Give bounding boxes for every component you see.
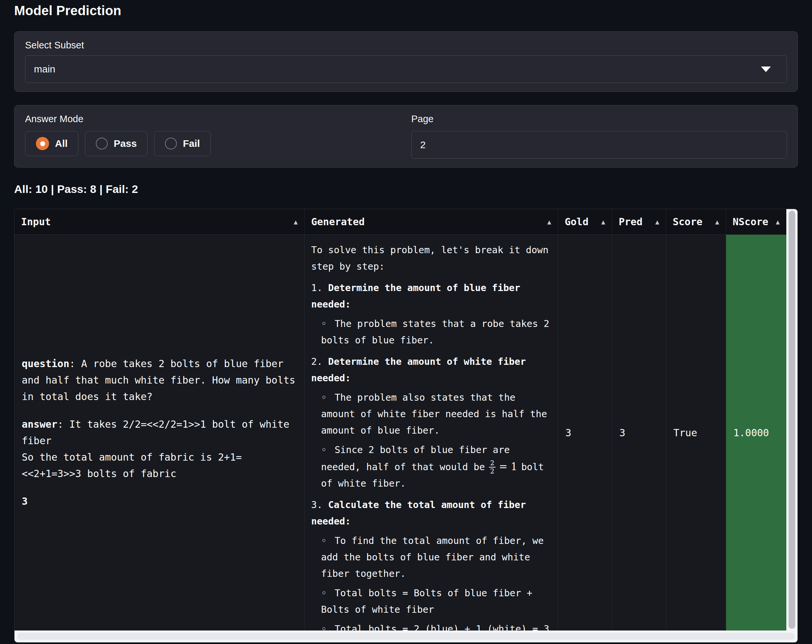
generated-bullet: ◦The problem also states that the amount…	[321, 389, 551, 439]
sort-asc-icon: ▲	[655, 218, 659, 226]
column-header-generated[interactable]: Generated ▲	[305, 209, 558, 235]
subset-label: Select Subset	[25, 40, 787, 51]
vertical-scrollbar-track[interactable]	[786, 209, 798, 630]
horizontal-scrollbar-thumb[interactable]	[17, 633, 795, 640]
bullet-marker: ◦	[321, 444, 327, 455]
generated-step-2: 2. Determine the amount of white fiber n…	[311, 354, 551, 492]
bullet-marker: ◦	[321, 318, 327, 329]
radio-option-fail[interactable]: Fail	[154, 131, 211, 156]
cell-gold[interactable]: 3	[558, 235, 612, 630]
page-input-value: 2	[420, 139, 426, 151]
sort-asc-icon: ▲	[547, 218, 551, 226]
bullet-marker: ◦	[321, 536, 327, 546]
generated-bullet: ◦The problem states that a robe takes 2 …	[321, 316, 551, 349]
app-root: Model Prediction Select Subset main Answ…	[0, 0, 812, 643]
column-header-nscore[interactable]: NScore ▲	[726, 209, 786, 235]
generated-bullet: ◦Total bolts = Bolts of blue fiber + Bol…	[321, 585, 551, 618]
sort-asc-icon: ▲	[776, 218, 780, 226]
page-input[interactable]: 2	[411, 131, 787, 159]
bullet-marker: ◦	[321, 392, 327, 403]
stats-summary: All: 10 | Pass: 8 | Fail: 2	[14, 183, 798, 195]
subset-card: Select Subset main	[14, 31, 798, 92]
generated-step-1: 1. Determine the amount of blue fiber ne…	[311, 280, 551, 349]
subset-select[interactable]: main	[25, 55, 787, 83]
answer-mode-radio-row: All Pass Fail	[25, 131, 401, 156]
cell-generated[interactable]: To solve this problem, let's break it do…	[305, 235, 558, 630]
generated-bullet: ◦To find the total amount of fiber, we a…	[321, 533, 551, 582]
sort-asc-icon: ▲	[601, 218, 605, 226]
answer-mode-label: Answer Mode	[25, 113, 401, 124]
generated-bullet: ◦Total bolts = 2 (blue) + 1 (white) = 3 …	[321, 621, 551, 630]
subset-selected-value: main	[34, 64, 55, 75]
answer-mode-group: Answer Mode All Pass Fail	[25, 113, 401, 159]
generated-step-3: 3. Calculate the total amount of fiber n…	[311, 497, 551, 630]
math-fraction: 22= 1	[489, 462, 517, 473]
results-table: Input ▲ Generated ▲ Gold ▲ Pred ▲ Score …	[14, 209, 798, 643]
cell-score[interactable]: True	[666, 235, 726, 630]
column-header-input[interactable]: Input ▲	[14, 209, 305, 235]
horizontal-scrollbar-track[interactable]	[14, 630, 798, 642]
bullet-marker: ◦	[321, 624, 327, 630]
column-header-pred[interactable]: Pred ▲	[612, 209, 666, 235]
input-answer: answer: It takes 2/2=<<2/2=1>>1 bolt of …	[22, 416, 297, 482]
column-header-score[interactable]: Score ▲	[666, 209, 726, 235]
chevron-down-icon	[761, 67, 771, 72]
sort-asc-icon: ▲	[715, 218, 719, 226]
sort-asc-icon: ▲	[294, 218, 298, 226]
page-title: Model Prediction	[14, 3, 798, 18]
vertical-scrollbar-thumb[interactable]	[789, 211, 795, 629]
radio-option-pass[interactable]: Pass	[85, 131, 148, 156]
input-final-answer: 3	[22, 493, 297, 510]
generated-bullet-math: ◦Since 2 bolts of blue fiber are needed,…	[321, 442, 551, 492]
column-header-gold[interactable]: Gold ▲	[558, 209, 612, 235]
page-group: Page 2	[411, 113, 787, 159]
page-label: Page	[411, 113, 787, 124]
radio-unselected-icon	[96, 137, 108, 150]
filter-card: Answer Mode All Pass Fail	[14, 105, 798, 168]
generated-intro: To solve this problem, let's break it do…	[311, 242, 551, 275]
bullet-marker: ◦	[321, 588, 327, 598]
radio-unselected-icon	[165, 137, 177, 150]
nscore-cell[interactable]: 1.0000	[726, 235, 786, 630]
radio-selected-icon	[36, 137, 49, 150]
cell-input[interactable]: question: A robe takes 2 bolts of blue f…	[14, 235, 305, 630]
input-question: question: A robe takes 2 bolts of blue f…	[22, 356, 297, 405]
radio-option-all[interactable]: All	[25, 131, 78, 156]
cell-pred[interactable]: 3	[612, 235, 666, 630]
